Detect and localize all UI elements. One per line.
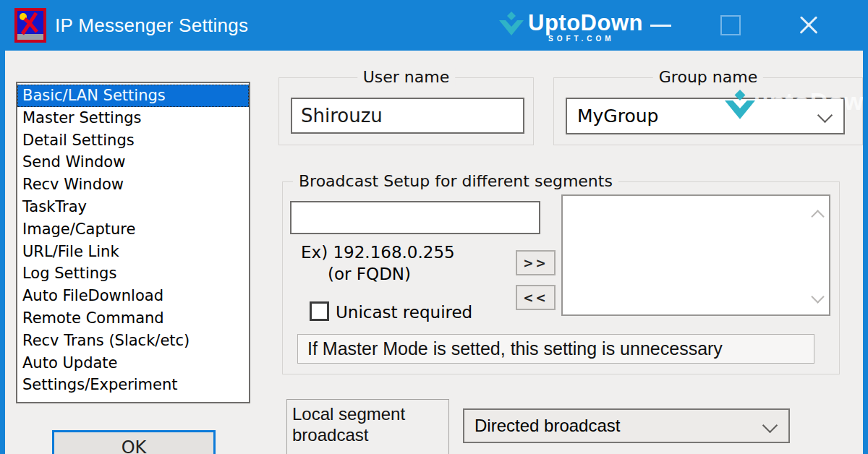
close-icon: [797, 14, 820, 37]
master-mode-note: If Master Mode is setted, this setting i…: [297, 334, 814, 364]
sidebar-item-master-settings[interactable]: Master Settings: [17, 107, 249, 129]
sidebar-item-auto-filedownload[interactable]: Auto FileDownload: [17, 285, 249, 307]
sidebar-item-detail-settings[interactable]: Detail Settings: [17, 129, 249, 152]
uptodown-logo: UptoDown SOFT.COM: [498, 9, 650, 45]
ok-button[interactable]: OK: [52, 430, 216, 454]
title-bar: IP Messenger Settings UptoDown SOFT.COM: [0, 0, 868, 51]
close-button[interactable]: [790, 0, 827, 51]
sidebar-item-basic-lan-settings[interactable]: Basic/LAN Settings: [17, 85, 249, 107]
maximize-button[interactable]: [712, 0, 749, 51]
group-name-group: Group name MyGroup: [553, 77, 863, 145]
ip-messenger-app-icon: [14, 8, 46, 43]
group-name-legend: Group name: [653, 68, 763, 86]
uptodown-brand-text: UptoDown: [528, 10, 643, 36]
minimize-icon: [650, 25, 671, 27]
segment-listbox[interactable]: [561, 194, 830, 316]
uptodown-arrow-icon: [498, 12, 525, 42]
scroll-down-icon[interactable]: [811, 290, 824, 303]
add-segment-button[interactable]: >>: [516, 250, 556, 275]
sidebar-item-url-file-link[interactable]: URL/File Link: [17, 241, 249, 263]
local-segment-line1: Local segment: [292, 403, 448, 424]
example-address-line2: (or FQDN): [328, 265, 411, 283]
sidebar-item-tasktray[interactable]: TaskTray: [17, 196, 249, 218]
user-name-group: User name: [278, 77, 534, 145]
user-name-input[interactable]: [291, 98, 524, 134]
scroll-up-icon[interactable]: [811, 210, 824, 223]
remove-segment-button[interactable]: <<: [516, 285, 556, 310]
broadcast-setup-legend: Broadcast Setup for different segments: [293, 172, 618, 190]
local-broadcast-combobox[interactable]: Directed broadcast: [463, 408, 790, 443]
chevron-down-icon: [762, 418, 778, 433]
sidebar-item-remote-command[interactable]: Remote Command: [17, 307, 249, 330]
local-segment-broadcast-label: Local segment broadcast: [286, 399, 449, 454]
sidebar-item-recv-window[interactable]: Recv Window: [17, 174, 249, 196]
group-name-value: MyGroup: [577, 99, 658, 133]
group-name-combobox[interactable]: MyGroup: [566, 98, 845, 134]
maximize-icon: [720, 15, 741, 35]
sidebar-item-settings-experiment[interactable]: Settings/Experiment: [17, 374, 249, 396]
local-broadcast-value: Directed broadcast: [475, 410, 620, 442]
example-address-line1: Ex) 192.168.0.255: [301, 243, 455, 262]
unicast-required-label: Unicast required: [336, 303, 472, 322]
broadcast-setup-group: Broadcast Setup for different segments E…: [282, 181, 840, 374]
unicast-required-checkbox[interactable]: [310, 301, 329, 321]
sidebar-item-send-window[interactable]: Send Window: [17, 151, 249, 174]
chevron-down-icon: [817, 108, 833, 123]
sidebar-item-log-settings[interactable]: Log Settings: [17, 262, 249, 285]
sidebar-item-auto-update[interactable]: Auto Update: [17, 352, 249, 374]
window-title: IP Messenger Settings: [55, 0, 248, 51]
uptodown-sub-text: SOFT.COM: [548, 35, 615, 43]
settings-category-list: Basic/LAN Settings Master Settings Detai…: [16, 82, 250, 403]
minimize-button[interactable]: [642, 0, 679, 51]
user-name-legend: User name: [357, 68, 456, 86]
ip-messenger-settings-window: IP Messenger Settings UptoDown SOFT.COM …: [0, 0, 868, 454]
segment-address-input[interactable]: [290, 201, 540, 234]
sidebar-item-recv-trans[interactable]: Recv Trans (Slack/etc): [17, 330, 249, 352]
sidebar-item-image-capture[interactable]: Image/Capture: [17, 218, 249, 241]
local-segment-line2: broadcast: [292, 424, 448, 445]
dialog-client-area: Basic/LAN Settings Master Settings Detai…: [5, 51, 863, 454]
